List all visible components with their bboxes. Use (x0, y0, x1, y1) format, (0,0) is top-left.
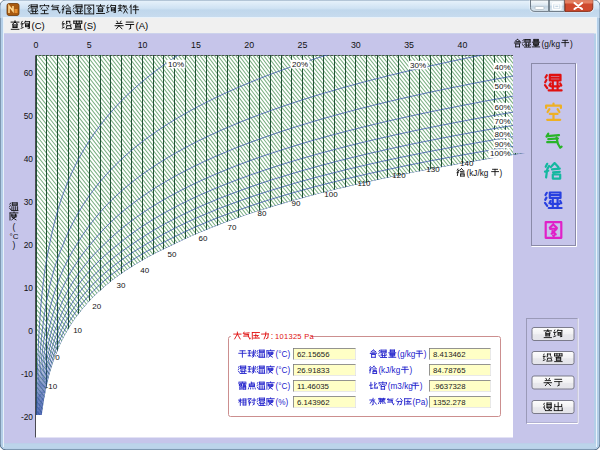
svg-text:25: 25 (298, 40, 308, 50)
svg-text:.9637328: .9637328 (433, 382, 466, 391)
svg-text:): ) (409, 366, 412, 375)
svg-text:26.91833: 26.91833 (297, 366, 330, 375)
svg-text:0: 0 (55, 353, 60, 362)
svg-text:80: 80 (258, 209, 267, 218)
svg-text:(kJ/kg: (kJ/kg (467, 169, 489, 178)
svg-text:60%: 60% (494, 103, 510, 112)
svg-text:90: 90 (292, 199, 301, 208)
svg-text:8.413462: 8.413462 (433, 350, 466, 359)
svg-text:0: 0 (34, 40, 39, 50)
svg-text:): ) (420, 382, 423, 391)
svg-text:101325 Pa: 101325 Pa (275, 332, 315, 341)
svg-text:20: 20 (92, 302, 101, 311)
svg-text:(A): (A) (136, 20, 149, 31)
svg-text:40: 40 (24, 154, 34, 164)
svg-text:60: 60 (24, 68, 34, 78)
svg-text:): ) (570, 39, 573, 49)
svg-text:(S): (S) (84, 20, 97, 31)
svg-text:(g/kg: (g/kg (542, 39, 561, 49)
svg-text:5: 5 (87, 40, 92, 50)
svg-text:40%: 40% (494, 63, 510, 72)
svg-text:15: 15 (191, 40, 201, 50)
svg-text:-20: -20 (21, 412, 33, 422)
svg-text:(g/kg: (g/kg (397, 350, 416, 359)
svg-text:10%: 10% (168, 60, 184, 69)
svg-text:100%: 100% (490, 149, 510, 158)
svg-text:(°C): (°C) (276, 366, 291, 375)
svg-text:62.15656: 62.15656 (297, 350, 330, 359)
svg-text:40: 40 (458, 40, 468, 50)
svg-text:10: 10 (138, 40, 148, 50)
svg-text:130: 130 (426, 165, 440, 174)
svg-text:120: 120 (392, 171, 406, 180)
svg-text:50: 50 (168, 250, 177, 259)
svg-text:70: 70 (228, 223, 237, 232)
svg-text:): ) (424, 350, 427, 359)
svg-text:): ) (13, 240, 16, 250)
svg-text:(Pa): (Pa) (413, 398, 429, 407)
svg-text:-10: -10 (21, 369, 33, 379)
svg-text:30: 30 (351, 40, 361, 50)
svg-text:80%: 80% (494, 130, 510, 139)
svg-text:100: 100 (324, 190, 338, 199)
svg-text:(m3/kg: (m3/kg (388, 382, 413, 391)
svg-text:40: 40 (140, 266, 149, 275)
svg-text:10: 10 (73, 326, 82, 335)
svg-text:11.46035: 11.46035 (297, 382, 330, 391)
svg-text:20: 20 (244, 40, 254, 50)
svg-text:6.143962: 6.143962 (297, 398, 330, 407)
svg-text:60: 60 (199, 234, 208, 243)
svg-text:1352.278: 1352.278 (433, 398, 466, 407)
svg-text:): ) (500, 169, 503, 178)
svg-text:70%: 70% (494, 117, 510, 126)
svg-text:50: 50 (24, 111, 34, 121)
svg-text:20%: 20% (292, 60, 308, 69)
svg-text:140: 140 (460, 159, 474, 168)
svg-text:30: 30 (117, 281, 126, 290)
svg-text:84.78765: 84.78765 (433, 366, 466, 375)
svg-text:(kJ/kg: (kJ/kg (378, 366, 400, 375)
svg-text:(C): (C) (32, 20, 45, 31)
svg-text:0: 0 (28, 326, 33, 336)
svg-text::: : (271, 331, 274, 341)
svg-text:-10: -10 (46, 382, 58, 391)
svg-text:(: ( (13, 222, 16, 232)
svg-text:(%): (%) (276, 398, 289, 407)
svg-text:(°C): (°C) (276, 382, 291, 391)
svg-text:90%: 90% (494, 140, 510, 149)
svg-text:(°C): (°C) (276, 350, 291, 359)
svg-text:50%: 50% (494, 82, 510, 91)
svg-text:20: 20 (24, 240, 34, 250)
svg-text:10: 10 (24, 283, 34, 293)
svg-text:110: 110 (358, 179, 371, 188)
svg-text:35: 35 (404, 40, 414, 50)
svg-text:30: 30 (24, 197, 34, 207)
svg-text:30%: 30% (410, 61, 426, 70)
